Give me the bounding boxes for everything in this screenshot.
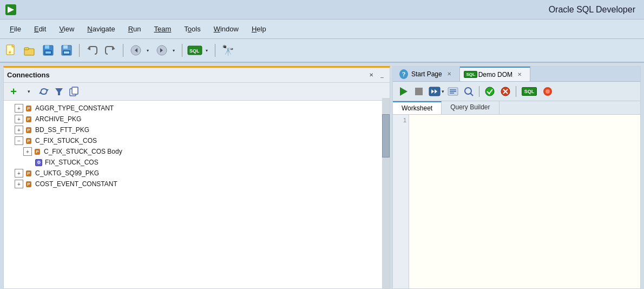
tree-item-c-fix[interactable]: − P C_FIX_STUCK_COS <box>4 135 390 146</box>
svg-text:★: ★ <box>8 50 12 54</box>
color-indicator-button[interactable] <box>541 84 555 98</box>
add-connection-button[interactable]: + <box>7 85 20 98</box>
tree-item-archive[interactable]: + P ARCHIVE_PKG <box>4 114 390 124</box>
undo-button[interactable] <box>84 42 100 58</box>
tab-demo-dom-close[interactable]: ✕ <box>516 71 523 78</box>
back-button[interactable] <box>128 42 144 58</box>
save-button[interactable] <box>40 42 56 58</box>
expander-bd-ss[interactable]: + <box>15 126 23 134</box>
expander-archive[interactable]: + <box>15 115 23 123</box>
menu-team[interactable]: Team <box>149 23 177 35</box>
expander-c-uktg[interactable]: + <box>15 169 23 178</box>
tree-item-fix-stuck[interactable]: ⚙ FIX_STUCK_COS <box>4 157 390 168</box>
tab-start-page[interactable]: ? Start Page ✕ <box>393 67 460 81</box>
svg-marker-28 <box>400 87 408 96</box>
sql-monitor-button[interactable]: SQL <box>187 42 203 58</box>
open-file-button[interactable] <box>22 42 38 58</box>
forward-button[interactable] <box>154 42 170 58</box>
menu-navigate[interactable]: Navigate <box>82 23 120 35</box>
expander-c-fix-body[interactable]: + <box>23 147 32 156</box>
back-button-group[interactable]: ▾ <box>128 42 152 58</box>
connections-scroll-thumb[interactable] <box>382 114 390 157</box>
forward-button-group[interactable]: ▾ <box>154 42 178 58</box>
rt-sep-2 <box>516 86 516 97</box>
expander-aggr[interactable]: + <box>15 104 23 113</box>
title-bar: Oracle SQL Developer <box>0 0 644 19</box>
editor-tab-worksheet[interactable]: Worksheet <box>393 101 442 114</box>
tree-item-bd-ss[interactable]: + P BD_SS_FTT_PKG <box>4 124 390 135</box>
run-statement-button[interactable] <box>396 84 410 98</box>
svg-marker-24 <box>39 91 42 94</box>
add-dropdown-button[interactable]: ▾ <box>22 85 35 98</box>
toolbar-separator-2 <box>123 44 123 57</box>
tree-label-aggr: AGGR_TYPE_CONSTANT <box>35 104 114 112</box>
save-as-button[interactable] <box>58 42 75 58</box>
toolbar-separator-1 <box>79 44 80 57</box>
sql-worksheet-button[interactable]: SQL <box>520 84 539 98</box>
run-script-dropdown-arrow[interactable]: ▾ <box>442 89 444 94</box>
package-icon-archive: P <box>24 115 33 123</box>
tab-start-page-close[interactable]: ✕ <box>445 70 453 78</box>
tree-label-cost-event: COST_EVENT_CONSTANT <box>35 180 117 188</box>
tree-label-c-uktg: C_UKTG_SQ99_PKG <box>35 169 99 177</box>
sql-monitor-group[interactable]: SQL ▾ <box>187 42 211 58</box>
connections-toolbar: + ▾ <box>4 83 390 101</box>
rollback-button[interactable] <box>498 84 512 98</box>
tab-demo-dom-label: Demo DOM <box>478 71 512 78</box>
expander-cost-event[interactable]: + <box>15 180 23 188</box>
package-icon-c-uktg: P <box>24 169 33 178</box>
editor-tab-query-builder[interactable]: Query Builder <box>442 101 499 114</box>
svg-line-38 <box>470 93 473 96</box>
tree-item-aggr[interactable]: + P AGGR_TYPE_CONSTANT <box>4 103 390 114</box>
tree-label-c-fix: C_FIX_STUCK_COS <box>35 137 97 144</box>
right-panel: ? Start Page ✕ SQL Demo DOM ✕ <box>392 66 641 289</box>
menu-view[interactable]: View <box>54 23 80 35</box>
run-script-button[interactable] <box>428 84 442 98</box>
copy-schema-button[interactable] <box>68 85 81 98</box>
menu-help[interactable]: Help <box>246 23 272 35</box>
connections-panel: Connections ✕ _ + ▾ <box>3 66 390 289</box>
tab-start-page-label: Start Page <box>411 70 442 78</box>
tree-label-fix-stuck: FIX_STUCK_COS <box>45 159 98 166</box>
menu-edit[interactable]: Edit <box>29 23 51 35</box>
svg-rect-6 <box>24 48 29 50</box>
sql-code-editor[interactable] <box>409 115 640 288</box>
autotrace-button[interactable] <box>462 84 476 98</box>
title-bar-text: Oracle SQL Developer <box>549 5 635 15</box>
menu-file[interactable]: File <box>4 23 27 35</box>
connections-scrollbar[interactable] <box>382 98 390 288</box>
svg-point-39 <box>485 87 494 96</box>
package-icon-aggr: P <box>24 104 33 113</box>
refresh-connections-button[interactable] <box>37 85 50 98</box>
redo-button[interactable] <box>102 42 119 58</box>
stop-button[interactable] <box>412 84 426 98</box>
sql-monitor-dropdown[interactable]: ▾ <box>203 42 211 58</box>
tree-item-c-uktg[interactable]: + P C_UKTG_SQ99_PKG <box>4 168 390 179</box>
panel-close-button[interactable]: ✕ <box>367 71 376 80</box>
new-file-button[interactable]: ★ <box>3 42 19 58</box>
find-db-objects-button[interactable]: 🔭 <box>220 42 236 58</box>
tree-item-c-fix-body[interactable]: + P C_FIX_STUCK_COS Body <box>4 146 390 157</box>
explain-plan-button[interactable] <box>446 84 460 98</box>
svg-rect-8 <box>45 45 49 49</box>
connections-tree: + P AGGR_TYPE_CONSTANT + P ARCHIVE_PKG + <box>4 101 390 288</box>
menu-tools[interactable]: Tools <box>179 23 206 35</box>
sql-editor-area: 1 <box>393 115 640 288</box>
run-script-group[interactable]: ▾ <box>428 84 444 98</box>
panel-minimize-button[interactable]: _ <box>378 71 386 80</box>
commit-button[interactable] <box>483 84 497 98</box>
menu-window[interactable]: Window <box>208 23 244 35</box>
package-icon-c-fix: P <box>24 136 33 145</box>
menu-run[interactable]: Run <box>123 23 147 35</box>
back-dropdown-arrow[interactable]: ▾ <box>144 42 152 58</box>
rt-sep-1 <box>479 86 479 97</box>
app-logo <box>4 3 17 18</box>
tree-label-archive: ARCHIVE_PKG <box>35 115 81 123</box>
tree-item-cost-event[interactable]: + P COST_EVENT_CONSTANT <box>4 179 390 189</box>
tab-demo-dom[interactable]: SQL Demo DOM ✕ <box>460 67 530 81</box>
svg-rect-27 <box>72 87 78 94</box>
forward-dropdown-arrow[interactable]: ▾ <box>170 42 178 58</box>
filter-connections-button[interactable] <box>52 85 65 98</box>
connections-panel-title: Connections <box>7 71 50 79</box>
expander-c-fix[interactable]: − <box>15 136 23 145</box>
